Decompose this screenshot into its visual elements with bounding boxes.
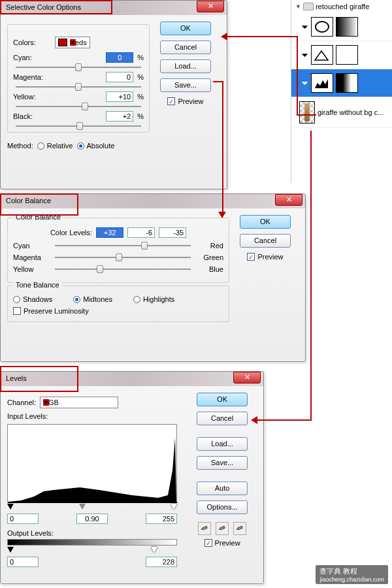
titlebar[interactable]: Selective Color Options ✕	[1, 1, 227, 15]
adjustment-thumb	[311, 17, 333, 37]
disclosure-triangle-icon[interactable]: ▼	[295, 3, 301, 10]
mask-thumb	[336, 73, 358, 93]
folder-row[interactable]: ▼ retouched giraffe	[291, 0, 392, 13]
yellow-slider[interactable]	[16, 106, 141, 107]
midtones-radio[interactable]: Midtones	[73, 295, 112, 303]
color-swatch-icon	[58, 39, 67, 46]
cyan-input[interactable]	[106, 52, 133, 63]
input-black[interactable]	[7, 514, 39, 524]
black-input[interactable]	[106, 111, 133, 122]
colors-select[interactable]: Reds ▼	[55, 37, 90, 48]
color-balance-dialog: Color Balance ✕ Color Balance Color Leve…	[0, 193, 306, 362]
colors-label: Colors:	[13, 39, 51, 46]
mask-thumb	[336, 45, 358, 65]
cancel-button[interactable]: Cancel	[197, 412, 248, 425]
pct: %	[137, 112, 144, 120]
link-icon: ⏷	[301, 78, 309, 88]
output-black[interactable]	[7, 557, 39, 567]
dialog-title: Levels	[6, 374, 27, 382]
close-icon[interactable]: ✕	[275, 194, 302, 206]
auto-button[interactable]: Auto	[197, 482, 248, 495]
options-button[interactable]: Options...	[197, 500, 248, 514]
relative-radio[interactable]: Relative	[37, 142, 73, 150]
output-white[interactable]	[146, 557, 177, 567]
black-slider[interactable]	[16, 125, 141, 127]
link-icon: ⏷	[301, 22, 309, 32]
titlebar[interactable]: Levels ✕	[1, 372, 263, 386]
load-button[interactable]: Load...	[160, 59, 211, 73]
yellow-blue-slider[interactable]	[55, 269, 191, 270]
close-icon[interactable]: ✕	[197, 1, 224, 12]
preview-checkbox[interactable]: ✓Preview	[204, 539, 240, 547]
adjustment-thumb	[311, 45, 333, 65]
black-label: Black:	[13, 112, 51, 120]
ok-button[interactable]: OK	[160, 22, 211, 35]
arrowhead-icon	[251, 416, 257, 424]
black-point-handle[interactable]	[7, 504, 14, 510]
black-eyedropper-icon[interactable]	[198, 522, 211, 535]
dialog-title: Selective Color Options	[6, 3, 81, 11]
input-gamma[interactable]	[76, 514, 108, 524]
gray-point-handle[interactable]	[79, 504, 86, 510]
save-button[interactable]: Save...	[197, 456, 248, 470]
yellow-label: Yellow:	[13, 93, 51, 101]
layer-gradientmap[interactable]: ⏷	[291, 13, 392, 41]
dialog-title: Color Balance	[6, 197, 51, 204]
layer-thumb	[299, 101, 315, 123]
output-gradient[interactable]	[7, 539, 177, 546]
save-button[interactable]: Save...	[160, 78, 211, 92]
out-white-handle[interactable]	[151, 547, 157, 553]
annotation-arrow	[226, 36, 297, 37]
absolute-radio[interactable]: Absolute	[77, 142, 115, 150]
titlebar[interactable]: Color Balance ✕	[1, 194, 305, 208]
mask-thumb	[336, 17, 358, 37]
channel-label: Channel:	[7, 399, 36, 406]
white-point-handle[interactable]	[171, 504, 177, 510]
magenta-slider[interactable]	[16, 86, 141, 88]
preserve-luminosity-checkbox[interactable]: Preserve Luminosity	[13, 307, 89, 315]
ok-button[interactable]: OK	[240, 215, 291, 229]
cyan-label: Cyan:	[13, 54, 51, 61]
cyan-red-slider[interactable]	[55, 245, 191, 246]
ok-button[interactable]: OK	[197, 393, 248, 406]
magenta-green-slider[interactable]	[55, 257, 191, 258]
load-button[interactable]: Load...	[197, 437, 248, 451]
folder-name: retouched giraffe	[316, 3, 369, 10]
input-white[interactable]	[146, 514, 177, 524]
annotation-arrow	[256, 419, 312, 421]
magenta-input[interactable]	[106, 72, 133, 82]
gray-eyedropper-icon[interactable]	[216, 522, 229, 535]
layer-giraffe[interactable]: giraffe without bg c...	[291, 97, 392, 128]
preview-checkbox[interactable]: ✓Preview	[167, 97, 203, 105]
pct: %	[137, 73, 144, 81]
level1-input[interactable]	[96, 227, 123, 238]
white-eyedropper-icon[interactable]	[233, 522, 246, 535]
pct: %	[137, 54, 144, 61]
highlights-radio[interactable]: Highlights	[133, 295, 174, 303]
annotation-arrow	[310, 131, 312, 419]
layers-panel: ▼ retouched giraffe ⏷ ⏷ ⏷ giraffe withou…	[291, 0, 392, 183]
pct: %	[137, 93, 144, 101]
close-icon[interactable]: ✕	[233, 372, 261, 384]
layer-levels-selected[interactable]: ⏷	[291, 69, 392, 97]
cyan-slider[interactable]	[16, 67, 141, 68]
chevron-down-icon: ▼	[70, 39, 76, 46]
method-label: Method:	[7, 142, 33, 150]
cancel-button[interactable]: Cancel	[160, 41, 211, 54]
layer-curves[interactable]: ⏷	[291, 41, 392, 69]
shadows-radio[interactable]: Shadows	[13, 295, 52, 303]
level3-input[interactable]	[159, 227, 186, 238]
out-black-handle[interactable]	[7, 547, 14, 553]
yellow-input[interactable]	[106, 91, 133, 102]
annotation-arrow	[222, 81, 223, 213]
selective-color-dialog: Selective Color Options ✕ Colors: Reds ▼…	[0, 0, 227, 189]
channel-select[interactable]: RGB ▼	[40, 397, 118, 408]
preview-checkbox[interactable]: ✓Preview	[247, 253, 283, 261]
level2-input[interactable]	[127, 227, 155, 238]
watermark: 查字典 教程 jiaocheng.chazidian.com	[316, 565, 388, 584]
adjustment-thumb	[311, 73, 333, 93]
magenta-label: Magenta:	[13, 73, 51, 81]
group-legend: Tone Balance	[13, 281, 62, 289]
levels-dialog: Levels ✕ Channel: RGB ▼ Input Levels: Ou…	[0, 371, 264, 584]
cancel-button[interactable]: Cancel	[240, 234, 291, 248]
